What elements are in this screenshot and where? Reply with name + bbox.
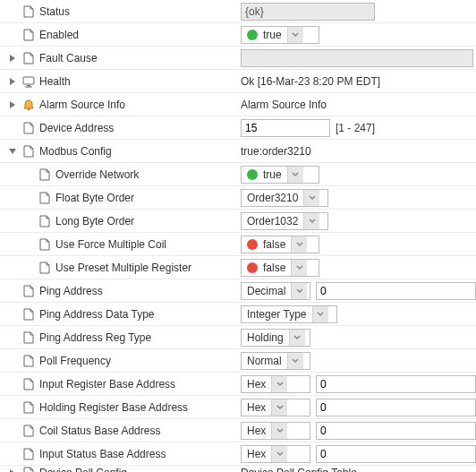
dropdown-button[interactable] [287,167,303,183]
dropdown-button[interactable] [271,399,287,416]
device-address-hint: [1 - 247] [336,122,375,134]
select-value: Order3210 [247,192,298,204]
expand-toggle[interactable] [7,468,18,473]
property-label: Override Network [55,168,139,181]
dropdown-button[interactable] [303,213,319,229]
dropdown-button[interactable] [291,260,307,276]
dropdown-button[interactable] [271,446,287,462]
property-label: Poll Frequency [39,355,111,367]
input-register-base-address-num-input[interactable] [316,375,476,393]
ping-address-select[interactable]: Decimal [241,282,310,300]
dropdown-button[interactable] [291,236,307,253]
property-row-alarm-source-info: Alarm Source InfoAlarm Source Info [0,93,476,116]
property-label: Modbus Config [39,145,112,158]
select-value: Hex [247,401,266,414]
property-label: Fault Cause [39,52,98,64]
holding-register-base-address-select[interactable]: Hex [241,399,310,416]
coil-status-base-address-select[interactable]: Hex [241,422,310,440]
property-label: Float Byte Order [55,192,134,204]
sheet-icon [38,191,52,205]
select-value: false [263,262,285,274]
property-label: Status [39,5,70,18]
input-status-base-address-select[interactable]: Hex [241,445,310,463]
property-label: Coil Status Base Address [39,425,160,437]
status-dot-true-icon [247,169,258,180]
select-value: Holding [247,331,284,344]
use-preset-multiple-register-select[interactable]: false [241,259,319,277]
sheet-icon [38,261,52,275]
dropdown-button[interactable] [289,330,305,346]
property-row-fault-cause: Fault Cause [0,47,476,70]
expand-toggle[interactable] [7,53,18,64]
dropdown-button[interactable] [271,376,287,392]
property-row-float-byte-order: Float Byte Order Order3210 [0,186,476,210]
property-label: Ping Address Data Type [39,308,155,321]
long-byte-order-select[interactable]: Order1032 [241,212,328,230]
modbus-config-value: true:order3210 [241,145,311,158]
input-status-base-address-num-input[interactable] [316,445,476,463]
sheet-icon [21,377,36,391]
monitor-icon [21,74,36,89]
use-force-multiple-coil-select[interactable]: false [241,236,319,253]
device-address-input[interactable] [241,119,330,137]
sheet-icon [21,354,36,368]
sheet-icon [21,51,36,65]
property-row-ping-address: Ping Address Decimal [0,279,476,303]
property-row-long-byte-order: Long Byte Order Order1032 [0,210,476,233]
property-row-holding-register-base-address: Holding Register Base Address Hex [0,396,476,419]
dropdown-button[interactable] [312,306,328,322]
property-label: Long Byte Order [55,215,134,227]
dropdown-button[interactable] [287,27,303,43]
property-row-status: Status [0,0,476,23]
device-poll-config-value: Device Poll Config Table [241,467,357,473]
dropdown-button[interactable] [303,190,319,206]
sheet-icon [21,4,36,19]
dropdown-button[interactable] [291,283,307,299]
svg-point-3 [28,107,30,110]
property-label: Holding Register Base Address [39,401,188,414]
property-row-enabled: Enabled true [0,23,476,47]
expand-toggle[interactable] [7,76,18,87]
select-value: Hex [247,425,266,437]
property-label: Input Register Base Address [39,378,175,390]
select-value: Normal [247,355,282,367]
sheet-icon [38,214,52,228]
dropdown-button[interactable] [287,353,303,369]
expand-toggle[interactable] [7,99,18,110]
status-dot-true-icon [247,30,258,40]
poll-frequency-select[interactable]: Normal [241,352,310,370]
property-label: Health [39,75,71,88]
enabled-select[interactable]: true [241,26,319,44]
bell-icon [21,98,36,112]
property-row-ping-address-reg-type: Ping Address Reg Type Holding [0,326,476,349]
select-value: false [263,238,285,251]
sheet-icon [21,400,36,415]
input-register-base-address-select[interactable]: Hex [241,375,310,393]
float-byte-order-select[interactable]: Order3210 [241,189,328,207]
expand-toggle[interactable] [7,146,18,157]
property-row-override-network: Override Network true [0,163,476,186]
svg-rect-2 [25,86,32,87]
ping-address-data-type-select[interactable]: Integer Type [241,305,337,323]
svg-rect-1 [27,85,30,87]
ping-address-reg-type-select[interactable]: Holding [241,329,310,347]
property-label: Device Poll Config [39,467,127,473]
sheet-icon [38,167,52,182]
svg-rect-0 [23,77,34,84]
property-row-input-register-base-address: Input Register Base Address Hex [0,373,476,396]
select-value: Decimal [247,285,285,297]
fault-cause-value [241,49,473,67]
holding-register-base-address-num-input[interactable] [316,399,476,416]
dropdown-button[interactable] [271,423,287,439]
select-value: Integer Type [247,308,307,321]
property-row-poll-frequency: Poll Frequency Normal [0,349,476,373]
select-value: true [263,29,282,41]
sheet-icon [21,330,36,345]
property-label: Use Preset Multiple Register [55,262,191,274]
property-label: Device Address [39,122,114,134]
override-network-select[interactable]: true [241,166,319,184]
sheet-icon [21,447,36,461]
ping-address-num-input[interactable] [316,282,476,300]
alarm-source-info-value: Alarm Source Info [241,99,327,111]
coil-status-base-address-num-input[interactable] [316,422,476,440]
